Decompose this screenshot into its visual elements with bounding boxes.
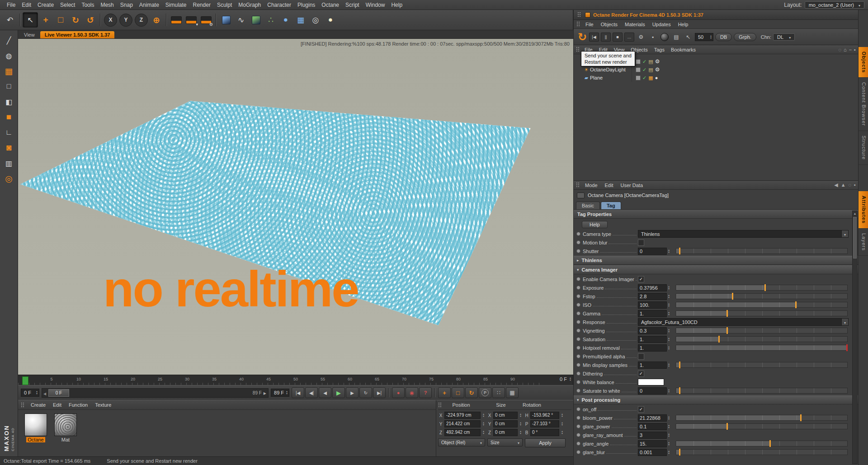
- saturate-to-white-field[interactable]: 0: [638, 387, 667, 395]
- menu-select[interactable]: Select: [57, 1, 78, 9]
- record-keyframe-button[interactable]: ●: [392, 387, 405, 398]
- spin-down-icon[interactable]: [668, 365, 670, 367]
- simulate-sphere-button[interactable]: ●: [278, 13, 293, 27]
- key-rotation-button[interactable]: ↻: [465, 387, 478, 398]
- slider-left-arrow-icon[interactable]: [43, 390, 46, 396]
- animation-dot[interactable]: [576, 232, 580, 236]
- spin-down-icon[interactable]: [668, 418, 670, 420]
- spin-down-icon[interactable]: [286, 393, 288, 395]
- glare-ray-amount-field[interactable]: 3: [638, 432, 667, 439]
- menu-mograph[interactable]: MoGraph: [235, 1, 264, 9]
- lock-icon[interactable]: ▪: [854, 182, 856, 188]
- coord-rot-p-field[interactable]: -27.103 °: [530, 420, 559, 427]
- om-menu-tags[interactable]: Tags: [651, 46, 667, 53]
- rotate-tool[interactable]: ↻: [68, 13, 83, 27]
- animation-dot[interactable]: [576, 346, 580, 350]
- value-spinner[interactable]: [561, 430, 565, 435]
- min-display-samples-field[interactable]: 1.: [638, 362, 667, 369]
- key-scale-button[interactable]: □: [452, 387, 464, 398]
- range-end-spinbox[interactable]: 89 F: [271, 389, 289, 397]
- attr-menu-mode[interactable]: Mode: [582, 182, 601, 189]
- attr-menu-edit[interactable]: Edit: [602, 182, 617, 189]
- menu-create[interactable]: Create: [34, 1, 57, 9]
- autokey-button[interactable]: ◉: [406, 387, 418, 398]
- current-frame-marker[interactable]: [22, 376, 28, 385]
- spin-down-icon[interactable]: [668, 314, 670, 316]
- stop-button[interactable]: ■: [613, 33, 623, 42]
- z-axis-lock[interactable]: Z: [135, 14, 148, 27]
- premultiplied-alpha-checkbox[interactable]: [638, 353, 644, 360]
- value-spinner[interactable]: [561, 422, 565, 426]
- scroll-up-icon[interactable]: ▲: [853, 211, 857, 216]
- menu-sculpt[interactable]: Sculpt: [214, 1, 235, 9]
- menu-window[interactable]: Window: [363, 1, 388, 9]
- spin-down-icon[interactable]: [668, 435, 670, 437]
- viewport-tab-live-viewer-1-50-3-sdk-1-37[interactable]: Live Viewer 1.50.3 SDK 1.37: [40, 31, 115, 38]
- spin-down-icon[interactable]: [668, 444, 670, 446]
- film-icon[interactable]: ▤: [671, 32, 681, 42]
- menu-snap[interactable]: Snap: [117, 1, 136, 9]
- materials-menu-create[interactable]: Create: [28, 401, 49, 409]
- hotpixel-removal-field[interactable]: 1.: [638, 344, 667, 352]
- bloom-power-field[interactable]: 21.22868: [638, 414, 667, 422]
- glare-blur-slider[interactable]: [676, 449, 848, 455]
- size-mode-dropdown[interactable]: Size: [487, 438, 523, 446]
- enabled-check-icon[interactable]: ✓: [642, 75, 646, 81]
- goto-start-button[interactable]: |◀: [292, 387, 304, 398]
- mograph-button[interactable]: ∴: [264, 13, 278, 27]
- value-spinner[interactable]: [668, 337, 670, 342]
- sphere-tag-icon[interactable]: ●: [655, 75, 658, 80]
- axis-mode-icon[interactable]: ∟: [2, 126, 16, 139]
- spin-down-icon[interactable]: [36, 393, 38, 395]
- hotpixel-removal-slider[interactable]: [676, 345, 848, 351]
- gamma-field[interactable]: 1.: [638, 310, 667, 317]
- spin-down-icon[interactable]: [668, 339, 670, 342]
- value-spinner[interactable]: [668, 286, 670, 290]
- panel-tab-attributes[interactable]: Attributes: [859, 191, 868, 229]
- spin-down-icon[interactable]: [561, 415, 565, 418]
- dots-tag-icon[interactable]: ▦: [648, 75, 653, 81]
- animation-dot[interactable]: [576, 354, 580, 358]
- panel-tab-structure[interactable]: Structure: [859, 131, 868, 165]
- exposure-field[interactable]: 0.37956: [638, 284, 667, 291]
- spin-down-icon[interactable]: [483, 432, 486, 435]
- animation-dot[interactable]: [576, 407, 580, 411]
- panel-grip[interactable]: [577, 12, 581, 18]
- octane-menu-materials[interactable]: Materials: [622, 21, 648, 28]
- loop-button[interactable]: ↻: [359, 387, 372, 398]
- spin-down-icon[interactable]: [668, 296, 670, 299]
- panel-tab-content-browser[interactable]: Content Browser: [859, 78, 868, 131]
- animation-dot[interactable]: [576, 442, 580, 446]
- motion-blur-checkbox[interactable]: [638, 240, 644, 246]
- gear-tag-icon[interactable]: ⚙: [655, 58, 660, 65]
- coord-size-x-field[interactable]: 0 cm: [493, 412, 518, 419]
- spin-down-icon[interactable]: [668, 427, 670, 429]
- material-octane[interactable]: Octane: [24, 413, 48, 442]
- tab-basic[interactable]: Basic: [576, 202, 600, 209]
- undo-icon[interactable]: ↶: [3, 13, 17, 27]
- viewport-tab-view[interactable]: View: [19, 31, 39, 38]
- value-spinner[interactable]: [668, 346, 670, 350]
- object-row-plane[interactable]: ▰Plane✓▦●: [574, 74, 858, 82]
- play-button[interactable]: ▶: [332, 387, 345, 398]
- texture-mode-icon[interactable]: ▦: [2, 65, 16, 77]
- menu-help[interactable]: Help: [388, 1, 406, 9]
- workplane-lock-icon[interactable]: ▥: [2, 157, 16, 169]
- spin-down-icon[interactable]: [561, 424, 565, 426]
- glare-power-field[interactable]: 0.1: [638, 423, 667, 430]
- panel-grip[interactable]: [438, 402, 442, 408]
- materials-menu-edit[interactable]: Edit: [50, 401, 65, 409]
- key-position-button[interactable]: +: [438, 387, 451, 398]
- value-spinner[interactable]: [520, 430, 523, 435]
- pen-tool-icon[interactable]: ╱: [2, 34, 16, 47]
- subdivision-surface-button[interactable]: [249, 13, 263, 27]
- object-mode-dropdown[interactable]: Object (Rel): [438, 438, 485, 446]
- key-parameter-button[interactable]: P: [479, 387, 491, 398]
- polygons-mode-icon[interactable]: ■: [2, 111, 16, 123]
- lock-icon[interactable]: ▪: [648, 32, 658, 42]
- coord-size-y-field[interactable]: 0 cm: [493, 420, 518, 427]
- animation-dot[interactable]: [576, 424, 580, 428]
- spin-down-icon[interactable]: [520, 415, 523, 418]
- coord-pos-y-field[interactable]: 214.422 cm: [444, 420, 481, 427]
- camera-button[interactable]: ◎: [308, 13, 323, 27]
